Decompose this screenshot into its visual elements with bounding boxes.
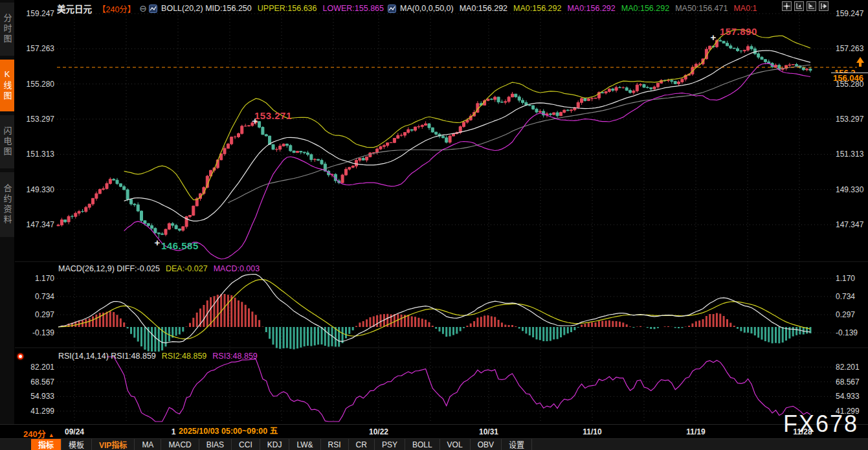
period-label: 240分	[23, 429, 46, 439]
price-axis-label: 147.347	[836, 220, 868, 229]
price-axis-label: 155.280	[836, 80, 868, 89]
header-label: UPPER:156.636	[258, 4, 317, 13]
date-axis: 240分▲ 2025/10/03 05:00~09:00 五 09/241131…	[0, 424, 868, 439]
chart-canvas[interactable]	[0, 0, 868, 450]
indicator-chip-icon	[149, 5, 157, 13]
rsi-axis-label: 68.567	[18, 377, 54, 387]
toolbar-item-VOL[interactable]: VOL	[440, 439, 470, 450]
macd-axis-label: -0.139	[18, 328, 54, 337]
price-axis-label: 151.313	[836, 150, 868, 159]
collapse-minus-icon: ⊖	[139, 3, 147, 14]
pan-mode-button[interactable]	[782, 1, 792, 11]
price-axis-label: 153.297	[836, 115, 868, 124]
price-axis-label: 149.330	[836, 185, 868, 194]
indicator-toolbar: 指标模板VIP指标MAMACDBIASCCIKDJLW&RSICRPSYBOLL…	[0, 438, 868, 450]
price-axis-label: 157.263	[18, 44, 54, 53]
compress-right-button[interactable]	[807, 1, 816, 11]
rsi-axis-label: 54.933	[836, 392, 868, 401]
header-label: MA0:156.292	[621, 4, 669, 13]
toolbar-item-OBV[interactable]: OBV	[470, 439, 501, 450]
price-axis-label: 157.263	[836, 44, 868, 53]
price-axis-label: 159.247	[836, 9, 868, 18]
swing-price-annotation: 146.585	[161, 240, 199, 251]
header-label: 美元日元	[57, 2, 92, 15]
toolbar-item-PSY[interactable]: PSY	[374, 439, 405, 450]
header-label: RSI2:48.859	[162, 352, 207, 361]
candle-date-tooltip: 2025/10/03 05:00~09:00 五	[176, 425, 280, 438]
toolbar-item-CCI[interactable]: CCI	[231, 439, 260, 450]
macd-axis-label: 0.297	[836, 310, 868, 319]
sidebar-tab-3[interactable]: 闪电图	[0, 115, 14, 168]
toolbar-item-LW&[interactable]: LW&	[289, 439, 320, 450]
main-indicator-header: 美元日元【240分】⊖BOLL(20,2) MID:156.250UPPER:1…	[57, 2, 757, 15]
swing-price-annotation: 153.271	[254, 110, 292, 121]
macd-axis-label: 0.734	[18, 292, 54, 301]
header-label: RSI3:48.859	[212, 352, 258, 361]
move-crosshair-icon	[783, 3, 790, 10]
toolbar-item-CR[interactable]: CR	[348, 439, 374, 450]
header-label: MA(0,0,0,50,0)	[400, 4, 454, 13]
date-axis-label: 09/24	[65, 427, 84, 436]
rsi-indicator-header: RSI(14,14,14) RSI1:48.859RSI2:48.859RSI3…	[58, 352, 258, 361]
swing-cross-marker: +	[711, 32, 717, 42]
sidebar: 分时图K线图闪电图合约资料	[0, 0, 15, 424]
sidebar-tab-1[interactable]: 分时图	[0, 3, 14, 56]
header-label: MA0:156.292	[513, 4, 561, 13]
rsi-axis-label: 82.201	[18, 363, 54, 372]
sidebar-tab-4[interactable]: 合约资料	[0, 172, 14, 237]
date-axis-label: 11/10	[583, 427, 601, 436]
price-axis-label: 149.330	[18, 185, 54, 194]
axis-arrow-left-icon	[796, 3, 803, 10]
rsi-axis-label: 82.201	[836, 363, 868, 372]
toolbar-item-MA[interactable]: MA	[134, 439, 161, 450]
indicator-chip-icon	[388, 5, 396, 13]
jump-to-end-icon	[820, 3, 827, 10]
macd-axis-label: 1.170	[836, 274, 868, 283]
goto-latest-button[interactable]	[819, 1, 829, 11]
date-axis-label: 1	[172, 427, 176, 436]
header-label: MA0:156.292	[567, 4, 615, 13]
header-label: 【240分】	[98, 3, 135, 15]
sidebar-tab-2[interactable]: K线图	[0, 60, 14, 111]
rsi-axis-label: 41.299	[18, 407, 54, 416]
date-axis-label: 11/19	[686, 427, 705, 436]
price-axis-label: 153.297	[18, 115, 54, 124]
header-label: MACD:0.003	[214, 264, 260, 273]
header-label: MA0:1	[733, 4, 757, 13]
price-axis-label: 147.347	[18, 220, 54, 229]
toolbar-item-MACD[interactable]: MACD	[161, 439, 198, 450]
axis-arrow-right-icon	[808, 3, 815, 10]
macd-axis-label: 0.297	[18, 310, 54, 319]
header-label: BOLL(20,2) MID:156.250	[161, 4, 252, 13]
macd-axis-label: -0.139	[836, 328, 868, 337]
toolbar-item-RSI[interactable]: RSI	[320, 439, 348, 450]
trading-terminal: 分时图K线图闪电图合约资料 美元日元【240分】⊖BOLL(20,2) MID:…	[0, 0, 868, 450]
price-axis-label: 159.247	[18, 9, 54, 18]
price-axis-label: 155.280	[18, 80, 54, 89]
toolbar-item-模板[interactable]: 模板	[61, 439, 91, 450]
toolbar-item-BOLL[interactable]: BOLL	[405, 439, 440, 450]
macd-axis-label: 0.734	[836, 292, 868, 301]
header-label: MA50:156.471	[675, 4, 728, 13]
price-axis-label: 151.313	[18, 150, 54, 159]
macd-axis-label: 1.170	[18, 274, 54, 283]
header-label: RSI(14,14,14) RSI1:48.859	[58, 352, 156, 361]
toolbar-item-VIP指标[interactable]: VIP指标	[91, 439, 134, 450]
watermark: FX678	[783, 411, 858, 438]
macd-indicator-header: MACD(26,12,9) DIFF:-0.025DEA:-0.027MACD:…	[58, 264, 260, 273]
period-dropdown-arrow-icon: ▲	[49, 432, 54, 438]
toolbar-item-指标[interactable]: 指标	[31, 439, 61, 450]
header-label: LOWER:155.865	[323, 4, 384, 13]
rsi-axis-label: 54.933	[18, 392, 54, 401]
toolbar-item-设置[interactable]: 设置	[501, 439, 532, 450]
date-axis-label: 10/31	[479, 427, 498, 436]
swing-cross-marker: +	[155, 238, 161, 247]
compress-left-button[interactable]	[794, 1, 804, 11]
record-dot-icon	[17, 354, 23, 359]
toolbar-item-KDJ[interactable]: KDJ	[260, 439, 289, 450]
date-axis-label: 10/22	[369, 427, 388, 436]
toolbar-item-BIAS[interactable]: BIAS	[199, 439, 231, 450]
header-label: DEA:-0.027	[166, 264, 208, 273]
swing-price-annotation: 157.890	[720, 26, 757, 37]
header-label: MACD(26,12,9) DIFF:-0.025	[58, 264, 160, 273]
